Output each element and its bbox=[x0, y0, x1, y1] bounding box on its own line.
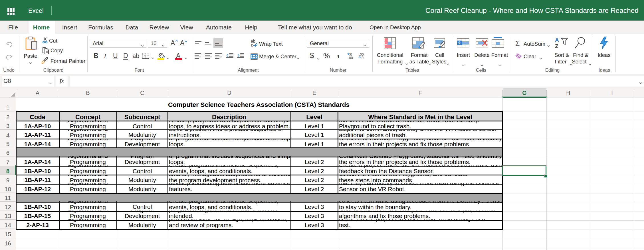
svg-text:A: A bbox=[555, 37, 559, 43]
svg-text:.00: .00 bbox=[348, 56, 353, 59]
svg-text:Z: Z bbox=[555, 43, 558, 49]
svg-text:c: c bbox=[251, 43, 253, 47]
svg-text:.0: .0 bbox=[361, 56, 364, 59]
